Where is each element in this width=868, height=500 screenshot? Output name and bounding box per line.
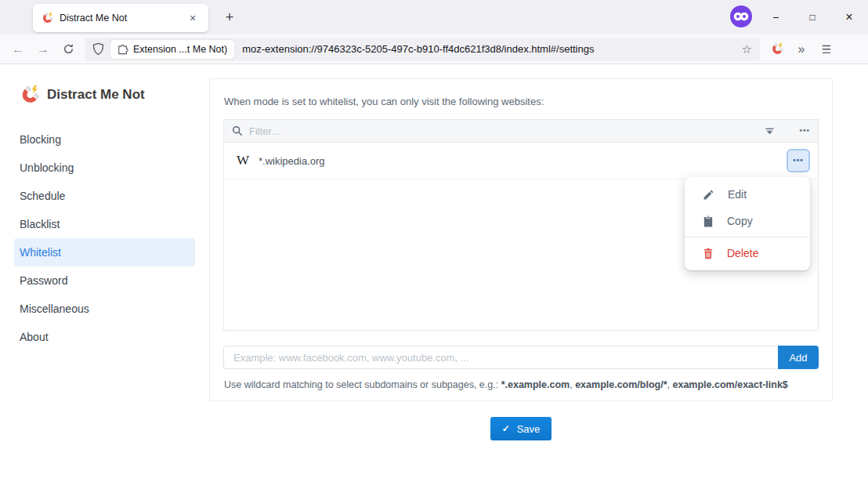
- url-bar[interactable]: Extension ...t Me Not) moz-extension://9…: [85, 38, 760, 61]
- back-button[interactable]: ←: [6, 38, 30, 60]
- app-menu-button[interactable]: ☰: [815, 38, 838, 60]
- main-area: When mode is set to whitelist, you can o…: [209, 64, 868, 500]
- tab-close-icon[interactable]: ×: [185, 10, 201, 26]
- extension-magnet-favicon: [41, 12, 53, 24]
- hint-example-subpage: example.com/blog/*: [575, 379, 667, 390]
- extension-magnet-toolbar-icon[interactable]: [765, 38, 788, 60]
- list-item[interactable]: W *.wikipedia.org •••: [224, 143, 818, 179]
- wildcard-hint: Use wildcard matching to select subdomai…: [223, 379, 819, 390]
- overflow-menu-button[interactable]: »: [790, 38, 813, 60]
- extension-permission-chip[interactable]: Extension ...t Me Not): [110, 40, 234, 59]
- pencil-icon: [703, 189, 714, 201]
- filter-input[interactable]: [249, 125, 765, 137]
- row-actions-button[interactable]: •••: [787, 149, 810, 172]
- check-icon: ✓: [502, 423, 510, 434]
- list-filter-bar: •••: [223, 119, 819, 143]
- app-title: Distract Me Not: [47, 87, 145, 103]
- whitelist-description: When mode is set to whitelist, you can o…: [224, 96, 819, 107]
- add-site-row: Add: [223, 346, 819, 369]
- menu-item-edit[interactable]: Edit: [685, 181, 810, 208]
- menu-item-label: Edit: [728, 188, 747, 201]
- hint-example-subdomain: *.example.com: [501, 379, 570, 390]
- save-label: Save: [517, 423, 541, 435]
- private-browsing-mask-icon: [730, 5, 752, 27]
- browser-tab[interactable]: Distract Me Not ×: [33, 4, 208, 32]
- menu-item-copy[interactable]: Copy: [685, 208, 810, 234]
- menu-item-delete[interactable]: Delete: [685, 240, 810, 266]
- trash-icon: [703, 248, 714, 259]
- window-maximize-button[interactable]: □: [794, 0, 830, 34]
- window-minimize-button[interactable]: −: [758, 0, 794, 34]
- list-menu-ellipsis-icon[interactable]: •••: [799, 127, 810, 135]
- window-close-button[interactable]: ×: [831, 0, 867, 34]
- sidebar: Distract Me Not Blocking Unblocking Sche…: [0, 64, 209, 500]
- hint-separator: ,: [667, 379, 673, 390]
- row-ellipsis-icon: •••: [793, 157, 804, 165]
- hint-example-exact: example.com/exact-link$: [673, 379, 788, 390]
- magnet-logo-icon: [19, 85, 39, 105]
- reload-button[interactable]: [56, 38, 80, 60]
- search-icon: [232, 125, 243, 136]
- menu-item-label: Copy: [727, 215, 753, 227]
- menu-item-label: Delete: [727, 247, 758, 259]
- settings-page: Distract Me Not Blocking Unblocking Sche…: [0, 64, 868, 500]
- sidebar-item-schedule[interactable]: Schedule: [14, 182, 195, 210]
- sidebar-item-blocking[interactable]: Blocking: [14, 125, 195, 154]
- collapse-caret-icon[interactable]: [765, 128, 774, 135]
- save-row: ✓ Save: [209, 417, 833, 440]
- shield-icon[interactable]: [92, 42, 104, 56]
- whitelist-listbox: W *.wikipedia.org ••• Edit: [223, 143, 819, 331]
- add-site-input[interactable]: [223, 346, 778, 369]
- whitelist-panel: When mode is set to whitelist, you can o…: [209, 78, 833, 401]
- sidebar-item-miscellaneous[interactable]: Miscellaneous: [14, 295, 195, 323]
- row-context-menu: Edit Copy: [685, 177, 810, 270]
- new-tab-button[interactable]: +: [218, 6, 241, 28]
- save-button[interactable]: ✓ Save: [490, 417, 552, 440]
- sidebar-item-password[interactable]: Password: [14, 266, 195, 295]
- site-pattern: *.wikipedia.org: [259, 155, 787, 167]
- puzzle-piece-icon: [118, 44, 128, 55]
- bookmark-star-icon[interactable]: ☆: [742, 42, 752, 56]
- sidebar-item-unblocking[interactable]: Unblocking: [14, 154, 195, 182]
- menu-divider: [685, 237, 810, 237]
- clipboard-icon: [703, 216, 714, 227]
- hint-prefix: Use wildcard matching to select subdomai…: [224, 379, 501, 390]
- sidebar-item-whitelist[interactable]: Whitelist: [14, 238, 195, 266]
- sidebar-item-blacklist[interactable]: Blacklist: [14, 210, 195, 238]
- forward-button[interactable]: →: [31, 38, 55, 60]
- browser-toolbar: ← → Extension ...t Me Not) moz-extension…: [0, 34, 868, 64]
- app-brand: Distract Me Not: [0, 85, 209, 105]
- wikipedia-favicon: W: [237, 153, 254, 168]
- sidebar-item-about[interactable]: About: [14, 323, 195, 351]
- add-button[interactable]: Add: [778, 346, 819, 369]
- browser-tab-bar: Distract Me Not × + − □ ×: [0, 0, 868, 34]
- tab-title: Distract Me Not: [60, 13, 179, 24]
- extension-chip-label: Extension ...t Me Not): [133, 44, 227, 55]
- url-text[interactable]: moz-extension://9746323c-5205-497c-b910-…: [242, 43, 735, 55]
